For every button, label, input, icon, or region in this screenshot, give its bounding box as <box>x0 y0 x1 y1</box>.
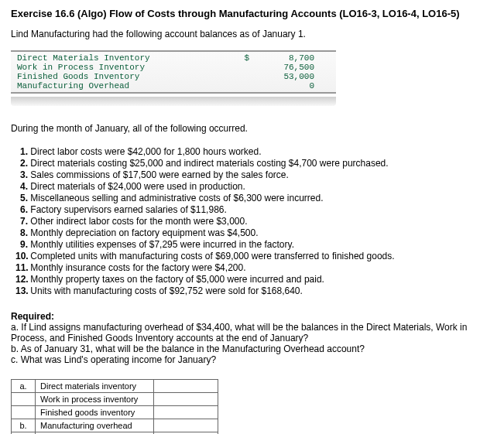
row-label: a. <box>12 380 36 393</box>
list-item: Monthly property taxes on the factory of… <box>30 274 324 285</box>
required-block: Required: a. If Lind assigns manufacturi… <box>11 311 493 365</box>
list-item: Monthly depreciation on factory equipmen… <box>30 227 258 238</box>
row-desc: Manufacturing overhead <box>36 419 154 432</box>
row-label <box>12 406 36 419</box>
list-item: Miscellaneous selling and administrative… <box>30 193 323 203</box>
acct-value: 76,500 <box>252 63 314 72</box>
answer-table: a. Direct materials inventory Work in pr… <box>11 379 218 434</box>
acct-name: Manufacturing Overhead <box>11 81 226 91</box>
list-item: Direct labor costs were $42,000 for 1,80… <box>30 146 261 157</box>
answer-input[interactable] <box>154 393 218 406</box>
acct-name: Finished Goods Inventory <box>11 72 226 81</box>
acct-value: 8,700 <box>252 53 314 63</box>
table-row: Work in process inventory <box>12 393 218 406</box>
currency-symbol: $ <box>226 53 252 63</box>
list-item: Units with manufacturing costs of $92,75… <box>30 285 303 296</box>
list-item: Sales commissions of $17,500 were earned… <box>30 169 289 180</box>
table-row: b. Manufacturing overhead <box>12 419 218 432</box>
table-row: Finished goods inventory <box>12 406 218 419</box>
required-a: a. If Lind assigns manufacturing overhea… <box>11 322 493 343</box>
list-item: Other indirect labor costs for the month… <box>30 216 247 227</box>
during-text: During the month of January, all of the … <box>11 123 493 134</box>
exercise-title: Exercise 16.6 (Algo) Flow of Costs throu… <box>11 8 493 19</box>
answer-input[interactable] <box>154 419 218 432</box>
intro-text: Lind Manufacturing had the following acc… <box>11 29 493 39</box>
list-item: Direct materials of $24,000 were used in… <box>30 181 245 192</box>
row-desc: Finished goods inventory <box>36 406 154 419</box>
row-label <box>12 393 36 406</box>
scrollbar-shadow <box>11 97 336 106</box>
acct-name: Direct Materials Inventory <box>11 53 226 63</box>
acct-value: 0 <box>252 81 314 91</box>
list-item: Monthly insurance costs for the factory … <box>30 262 245 273</box>
table-row: a. Direct materials inventory <box>12 380 218 393</box>
required-b: b. As of January 31, what will be the ba… <box>11 343 493 354</box>
row-desc: Work in process inventory <box>36 393 154 406</box>
list-item: Direct materials costing $25,000 and ind… <box>30 158 388 169</box>
answer-input[interactable] <box>154 380 218 393</box>
answer-input[interactable] <box>154 406 218 419</box>
list-item: Completed units with manufacturing costs… <box>30 251 394 261</box>
required-c: c. What was Lind's operating income for … <box>11 354 493 365</box>
accounts-table: Direct Materials Inventory $ 8,700 Work … <box>11 50 336 94</box>
acct-name: Work in Process Inventory <box>11 63 226 72</box>
list-item: Factory supervisors earned salaries of $… <box>30 204 226 215</box>
list-item: Monthly utilities expenses of $7,295 wer… <box>30 239 294 250</box>
event-list: 1. Direct labor costs were $42,000 for 1… <box>15 146 493 297</box>
acct-value: 53,000 <box>252 72 314 81</box>
required-heading: Required: <box>11 311 493 322</box>
row-label: b. <box>12 419 36 432</box>
row-desc: Direct materials inventory <box>36 380 154 393</box>
